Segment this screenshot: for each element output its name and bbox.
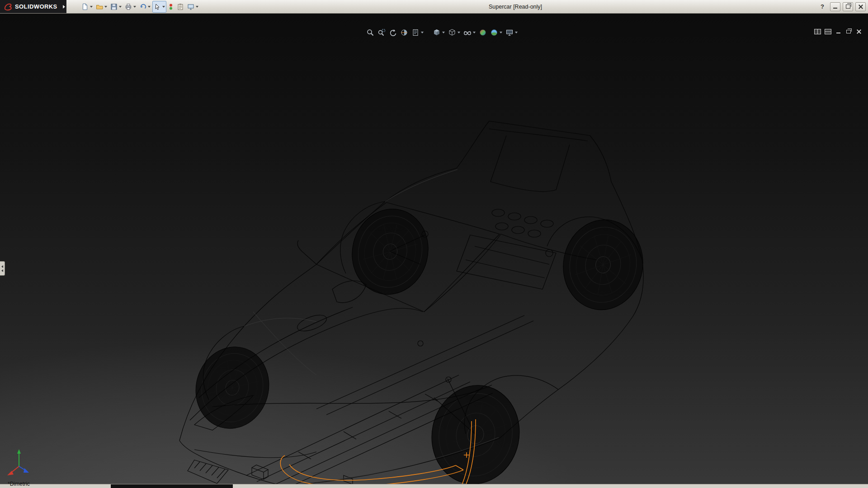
red-green-lights-icon <box>168 3 174 10</box>
chevron-down-icon[interactable] <box>442 32 445 33</box>
print-button[interactable] <box>123 1 137 13</box>
view-cube-icon <box>433 28 441 37</box>
section-view-icon <box>400 28 408 37</box>
annotation-views-button[interactable] <box>410 28 425 38</box>
page-icon <box>81 3 89 10</box>
hide-show-items-button[interactable] <box>462 28 476 38</box>
section-view-button[interactable] <box>399 28 409 38</box>
help-button[interactable]: ? <box>820 3 828 10</box>
horizontal-scrollbar[interactable] <box>0 484 868 488</box>
split-pane-horizontal-icon <box>825 29 831 34</box>
select-button[interactable] <box>152 1 166 13</box>
zoom-to-fit-button[interactable] <box>365 28 375 38</box>
edit-appearance-button[interactable] <box>478 28 488 38</box>
view-orientation-label: *Dimetric <box>8 481 30 487</box>
magnifier-icon <box>366 28 374 37</box>
close-button[interactable] <box>855 2 866 11</box>
document-close-button[interactable] <box>855 28 863 35</box>
magnifier-area-icon <box>377 28 386 37</box>
arrow-left-icon <box>1 265 3 268</box>
minimize-icon <box>833 8 837 9</box>
new-document-button[interactable] <box>80 1 94 13</box>
previous-view-button[interactable] <box>388 28 398 38</box>
save-button[interactable] <box>109 1 123 13</box>
printer-icon <box>125 3 132 10</box>
chevron-down-icon[interactable] <box>500 32 502 33</box>
minimize-button[interactable] <box>830 2 840 11</box>
brand-text: SOLIDWORKS <box>15 3 57 10</box>
rebuild-button[interactable] <box>167 1 175 13</box>
open-button[interactable] <box>94 1 108 13</box>
chevron-down-icon[interactable] <box>421 32 424 33</box>
expand-arrow-icon <box>63 5 65 9</box>
arrow-left-icon <box>1 269 3 272</box>
viewport-pane-controls <box>814 28 863 35</box>
chevron-down-icon[interactable] <box>473 32 476 33</box>
split-pane-horizontal-button[interactable] <box>824 28 831 35</box>
clipboard-icon <box>177 3 184 10</box>
solidworks-logo-icon <box>4 3 13 11</box>
feature-manager-collapse-tab[interactable] <box>0 261 5 276</box>
close-icon <box>857 29 861 34</box>
floppy-disk-icon <box>110 3 118 10</box>
chevron-down-icon[interactable] <box>196 6 198 8</box>
options-button[interactable] <box>186 1 200 13</box>
view-settings-icon <box>505 28 514 37</box>
minimize-icon <box>836 33 840 33</box>
view-orientation-button[interactable] <box>432 28 446 38</box>
restore-icon <box>846 30 851 33</box>
orientation-triad <box>4 445 44 476</box>
car-wireframe-model <box>0 13 868 484</box>
close-icon <box>859 5 863 9</box>
document-restore-button[interactable] <box>845 28 852 35</box>
view-settings-button[interactable] <box>505 28 519 38</box>
split-pane-vertical-button[interactable] <box>814 28 821 35</box>
chevron-down-icon[interactable] <box>133 6 136 8</box>
wireframe-cube-icon <box>448 28 456 37</box>
undo-button[interactable] <box>138 1 152 13</box>
chevron-down-icon[interactable] <box>119 6 122 8</box>
document-minimize-button[interactable] <box>835 28 842 35</box>
menu-expand-button[interactable] <box>61 0 66 13</box>
heads-up-view-toolbar <box>365 28 519 38</box>
chevron-down-icon[interactable] <box>458 32 460 33</box>
scrollbar-thumb[interactable] <box>111 484 233 488</box>
chevron-down-icon[interactable] <box>104 6 107 8</box>
undo-arrow-icon <box>139 3 146 10</box>
titlebar: SOLIDWORKS <box>0 0 868 14</box>
window-title: Supercar [Read-only] <box>489 4 542 10</box>
split-pane-vertical-icon <box>814 29 821 34</box>
solidworks-logo: SOLIDWORKS <box>0 0 61 13</box>
restore-button[interactable] <box>843 2 853 11</box>
folder-icon <box>96 3 103 10</box>
chevron-down-icon[interactable] <box>515 32 518 33</box>
file-properties-button[interactable] <box>175 1 185 13</box>
chevron-down-icon[interactable] <box>162 6 165 8</box>
zoom-to-area-button[interactable] <box>377 28 387 38</box>
color-ball-icon <box>479 28 487 37</box>
cursor-arrow-icon <box>154 3 161 10</box>
monitor-icon <box>187 3 194 10</box>
viewport-canvas[interactable]: *Dimetric <box>0 13 868 488</box>
apply-scene-button[interactable] <box>489 28 503 38</box>
main-toolbar <box>80 1 200 13</box>
scene-ball-icon <box>490 28 498 37</box>
display-style-button[interactable] <box>447 28 461 38</box>
glasses-icon <box>463 28 472 37</box>
chevron-down-icon[interactable] <box>148 6 151 8</box>
previous-view-icon <box>389 28 397 37</box>
restore-icon <box>846 5 850 9</box>
chevron-down-icon[interactable] <box>90 6 93 8</box>
annotation-views-icon <box>411 28 420 37</box>
titlebar-right-controls: ? <box>820 0 866 13</box>
